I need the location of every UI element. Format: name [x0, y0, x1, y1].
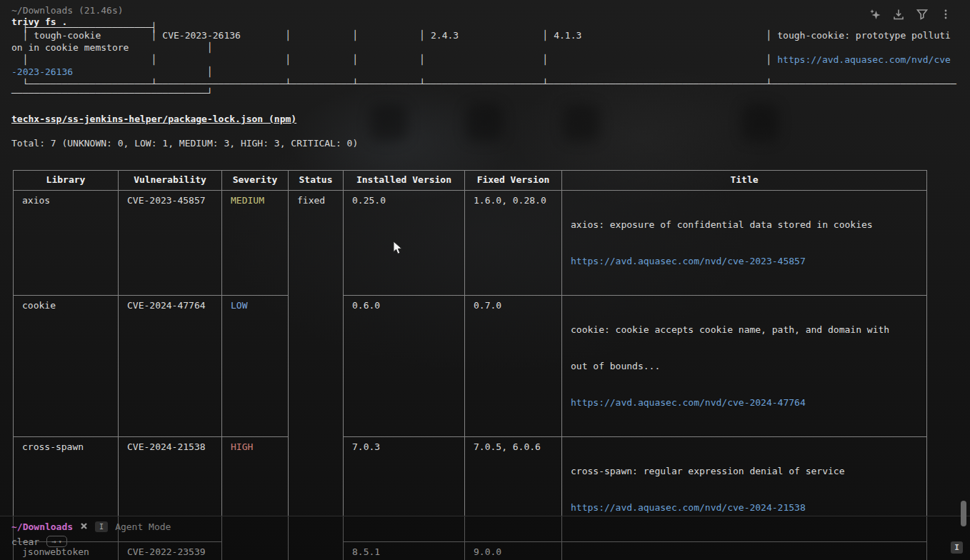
run-arrow-icon: →: [51, 537, 56, 546]
status-cell: fixed: [289, 191, 344, 560]
vulnerability-table: Library Vulnerability Severity Status In…: [13, 170, 927, 560]
library-cell: cookie: [14, 296, 119, 437]
scrollback-line: -2023-26136 │: [11, 66, 213, 78]
background-blur-blob: [370, 104, 407, 141]
vulnerability-cell: CVE-2023-45857: [119, 191, 222, 296]
severity-cell: MEDIUM: [222, 191, 289, 296]
col-header-library: Library: [14, 171, 119, 191]
background-blur-blob: [741, 104, 779, 141]
input-bar[interactable]: ~/Downloads I Agent Mode clear → ▾: [0, 516, 970, 560]
title-cell: cookie: cookie accepts cookie name, path…: [562, 296, 927, 437]
scrollbar-thumb[interactable]: [961, 501, 966, 526]
col-header-severity: Severity: [222, 171, 289, 191]
download-icon[interactable]: [891, 7, 906, 21]
scrollback-line: on in cookie memstore │: [11, 41, 213, 54]
block-toolbar: [868, 7, 953, 21]
advisory-link[interactable]: https://avd.aquasec.com/nvd/cve-2024-215…: [571, 501, 918, 514]
col-header-installed: Installed Version: [344, 171, 465, 191]
installed-version-cell: 0.6.0: [344, 296, 465, 437]
title-cell: axios: exposure of confidential data sto…: [562, 191, 927, 296]
background-blur-blob: [466, 104, 503, 141]
table-row: axios CVE-2023-45857 MEDIUM fixed 0.25.0…: [14, 191, 927, 296]
fixed-version-cell: 0.7.0: [465, 296, 562, 437]
col-header-title: Title: [562, 171, 927, 191]
advisory-link[interactable]: https://avd.aquasec.com/nvd/cve-2024-477…: [571, 396, 918, 409]
run-options-caret-icon: ▾: [59, 539, 62, 545]
table-row: cookie CVE-2024-47764 LOW 0.6.0 0.7.0 co…: [14, 296, 927, 437]
vulnerability-cell: CVE-2024-47764: [119, 296, 222, 437]
agent-mode-label[interactable]: Agent Mode: [115, 521, 171, 532]
filter-icon[interactable]: [915, 7, 929, 21]
severity-cell: LOW: [222, 296, 289, 437]
library-cell: axios: [14, 191, 119, 296]
prompt-line: ~/Downloads (21.46s): [11, 4, 124, 16]
fixed-version-cell: 1.6.0, 0.28.0: [465, 191, 562, 296]
background-blur-blob: [563, 104, 600, 141]
current-directory: ~/Downloads: [11, 521, 73, 532]
error-x-icon: [80, 521, 88, 532]
advisory-link[interactable]: https://avd.aquasec.com/nvd/cve-2023-458…: [571, 255, 918, 267]
mouse-cursor: [392, 241, 405, 255]
input-mode-badge[interactable]: I: [95, 521, 108, 532]
title-text: cookie: cookie accepts cookie name, path…: [571, 324, 918, 336]
report-summary: Total: 7 (UNKNOWN: 0, LOW: 1, MEDIUM: 3,…: [11, 138, 358, 149]
command-input-text[interactable]: clear: [11, 536, 39, 547]
corner-mode-indicator: I: [951, 541, 963, 554]
title-text: axios: exposure of confidential data sto…: [571, 219, 918, 231]
report-target-heading: techx-ssp/ss-jenkins-helper/package-lock…: [11, 114, 296, 124]
scrollback-line: │ │ │ │ │ │ │ https://avd.aquasec.com/nv…: [11, 54, 951, 66]
title-text: cross-spawn: regular expression denial o…: [571, 465, 918, 477]
scrollback-line: │ tough-cookie │ CVE-2023-26136 │ │ │ 2.…: [11, 29, 951, 41]
sparkles-icon[interactable]: [868, 7, 882, 21]
col-header-status: Status: [289, 171, 344, 191]
kebab-menu-icon[interactable]: [939, 7, 953, 21]
scrollback-line: ───────────────────────────────────┘: [11, 87, 213, 99]
table-header-row: Library Vulnerability Severity Status In…: [14, 171, 927, 191]
col-header-fixed: Fixed Version: [465, 171, 562, 191]
run-command-button[interactable]: → ▾: [46, 536, 66, 547]
title-text: out of bounds...: [571, 360, 918, 372]
col-header-vulnerability: Vulnerability: [119, 171, 222, 191]
terminal-window: { "terminal": { "prompt_line": "~/Downlo…: [0, 0, 970, 560]
